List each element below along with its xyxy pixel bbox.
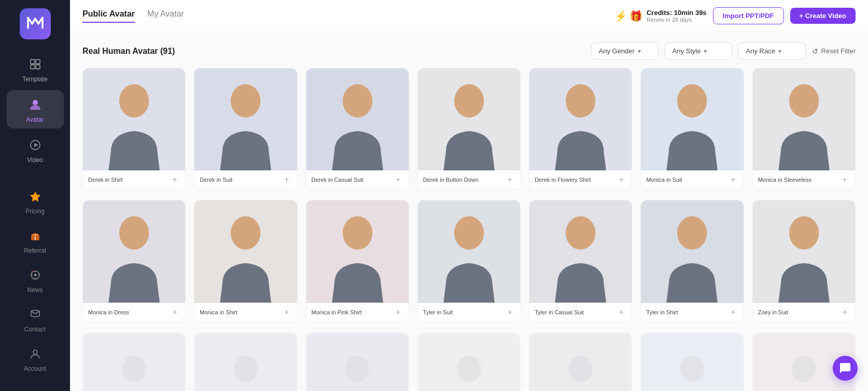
avatar-add-button[interactable]: + bbox=[839, 307, 850, 317]
sidebar-item-referral[interactable]: Referral bbox=[7, 221, 64, 259]
avatar-footer: Monica in Suit+ bbox=[641, 170, 743, 189]
avatar-name: Derek in Button Down bbox=[423, 177, 479, 183]
avatar-image bbox=[194, 68, 297, 170]
avatar-name: Tyler in Suit bbox=[423, 309, 453, 315]
avatar-card[interactable]: Monica in Dress+ bbox=[82, 200, 186, 322]
avatar-icon bbox=[26, 95, 45, 114]
video-icon bbox=[26, 136, 45, 154]
chat-bubble-button[interactable] bbox=[833, 356, 858, 381]
avatar-image-small bbox=[641, 333, 743, 391]
avatar-footer: Derek in Flowery Shirt+ bbox=[529, 170, 632, 189]
sidebar-item-avatar[interactable]: Avatar bbox=[7, 90, 64, 128]
avatar-card[interactable]: Derek in Button Down+ bbox=[417, 68, 521, 190]
content-area: Real Human Avatar (91) Any Gender ▾ Any … bbox=[70, 32, 868, 391]
tab-group: Public Avatar My Avatar bbox=[82, 9, 184, 23]
avatar-name: Tyler in Shirt bbox=[646, 309, 678, 315]
avatar-footer: Tyler in Shirt+ bbox=[641, 303, 743, 322]
avatar-card-partial bbox=[529, 332, 632, 391]
svg-point-51 bbox=[234, 356, 258, 383]
avatar-card[interactable]: Monica in Shirt+ bbox=[194, 200, 297, 322]
avatar-add-button[interactable]: + bbox=[393, 175, 403, 185]
svg-point-23 bbox=[231, 84, 260, 118]
svg-point-39 bbox=[343, 216, 372, 250]
sidebar-item-template[interactable]: Template bbox=[7, 50, 64, 88]
avatar-image bbox=[83, 68, 185, 170]
svg-point-37 bbox=[231, 216, 260, 250]
avatar-card[interactable]: Monica in Suit+ bbox=[640, 68, 744, 190]
tab-my-avatar[interactable]: My Avatar bbox=[147, 9, 184, 23]
avatar-card[interactable]: Derek in Suit+ bbox=[194, 68, 297, 190]
avatar-grid-row3 bbox=[82, 332, 856, 391]
sidebar-item-pricing[interactable]: Pricing bbox=[7, 182, 64, 220]
avatar-image bbox=[83, 200, 185, 302]
reset-filter-button[interactable]: ↺ Reset Filter bbox=[812, 47, 856, 55]
avatar-card[interactable]: Tyler in Casual Suit+ bbox=[529, 200, 632, 322]
avatar-add-button[interactable]: + bbox=[616, 307, 626, 317]
svg-point-35 bbox=[119, 216, 149, 250]
avatar-card[interactable]: Tyler in Suit+ bbox=[417, 200, 521, 322]
avatar-add-button[interactable]: + bbox=[616, 175, 626, 185]
race-filter[interactable]: Any Race ▾ bbox=[738, 42, 806, 60]
avatar-card-partial bbox=[82, 332, 186, 391]
avatar-card[interactable]: Tyler in Shirt+ bbox=[640, 200, 744, 322]
sidebar-nav-bottom: Pricing Referral bbox=[0, 182, 70, 383]
avatar-name: Monica in Shirt bbox=[200, 309, 237, 315]
avatar-image bbox=[306, 200, 409, 302]
sidebar-item-news-label: News bbox=[27, 286, 43, 294]
sidebar-item-news[interactable]: News bbox=[7, 260, 64, 299]
sidebar-item-contact[interactable]: Contact bbox=[7, 300, 64, 338]
avatar-add-button[interactable]: + bbox=[839, 175, 850, 185]
svg-point-49 bbox=[122, 356, 146, 383]
avatar-add-button[interactable]: + bbox=[728, 175, 738, 185]
sidebar-item-video[interactable]: Video bbox=[7, 131, 64, 169]
tab-public-avatar[interactable]: Public Avatar bbox=[82, 9, 135, 23]
avatar-card[interactable]: Monica in Sleeveless+ bbox=[752, 68, 856, 190]
app-logo[interactable] bbox=[20, 8, 51, 39]
avatar-footer: Zoey in Suit+ bbox=[753, 303, 855, 322]
avatar-image bbox=[641, 200, 743, 302]
avatar-image-small bbox=[306, 333, 409, 391]
avatar-image-small bbox=[83, 333, 185, 391]
avatar-name: Monica in Pink Shirt bbox=[312, 309, 362, 315]
svg-point-19 bbox=[33, 350, 37, 354]
avatar-add-button[interactable]: + bbox=[728, 307, 738, 317]
filter-group: Any Gender ▾ Any Style ▾ Any Race ▾ ↺ Re… bbox=[591, 42, 856, 60]
svg-rect-3 bbox=[36, 65, 40, 69]
avatar-add-button[interactable]: + bbox=[170, 307, 180, 317]
svg-point-47 bbox=[789, 216, 819, 250]
gender-filter[interactable]: Any Gender ▾ bbox=[591, 42, 659, 60]
avatar-name: Monica in Sleeveless bbox=[758, 177, 811, 183]
sidebar-item-account[interactable]: Account bbox=[7, 339, 64, 378]
avatar-card[interactable]: Derek in Shirt+ bbox=[82, 68, 186, 190]
avatar-card[interactable]: Monica in Pink Shirt+ bbox=[306, 200, 409, 322]
avatar-add-button[interactable]: + bbox=[170, 175, 180, 185]
avatar-add-button[interactable]: + bbox=[393, 307, 403, 317]
avatar-card[interactable]: Zoey in Suit+ bbox=[752, 200, 856, 322]
sidebar-nav-top: Template Avatar Video bbox=[0, 50, 70, 182]
reset-icon: ↺ bbox=[812, 47, 818, 55]
sidebar-item-referral-label: Referral bbox=[24, 247, 46, 254]
avatar-image bbox=[194, 200, 297, 302]
avatar-card[interactable]: Derek in Casual Suit+ bbox=[306, 68, 409, 190]
credits-text: Credits: 10min 39s Renew in 28 days bbox=[647, 9, 707, 23]
avatar-footer: Tyler in Casual Suit+ bbox=[529, 303, 632, 322]
avatar-add-button[interactable]: + bbox=[282, 175, 292, 185]
svg-point-53 bbox=[345, 356, 369, 383]
sidebar-item-contact-label: Contact bbox=[24, 326, 46, 333]
avatar-card-partial bbox=[194, 332, 297, 391]
create-video-button[interactable]: + Create Video bbox=[790, 8, 856, 24]
avatar-add-button[interactable]: + bbox=[505, 307, 515, 317]
avatar-footer: Tyler in Suit+ bbox=[418, 303, 520, 322]
avatar-add-button[interactable]: + bbox=[282, 307, 292, 317]
svg-rect-1 bbox=[36, 60, 40, 64]
avatar-card[interactable]: Derek in Flowery Shirt+ bbox=[529, 68, 632, 190]
avatar-image bbox=[306, 68, 409, 170]
style-filter-label: Any Style bbox=[673, 47, 701, 55]
style-filter[interactable]: Any Style ▾ bbox=[665, 42, 732, 60]
avatar-card-partial bbox=[417, 332, 521, 391]
import-button[interactable]: Import PPT/PDF bbox=[713, 7, 784, 24]
avatar-add-button[interactable]: + bbox=[505, 175, 515, 185]
avatar-name: Monica in Dress bbox=[88, 309, 129, 315]
avatar-image bbox=[753, 200, 855, 302]
account-icon bbox=[26, 344, 45, 363]
